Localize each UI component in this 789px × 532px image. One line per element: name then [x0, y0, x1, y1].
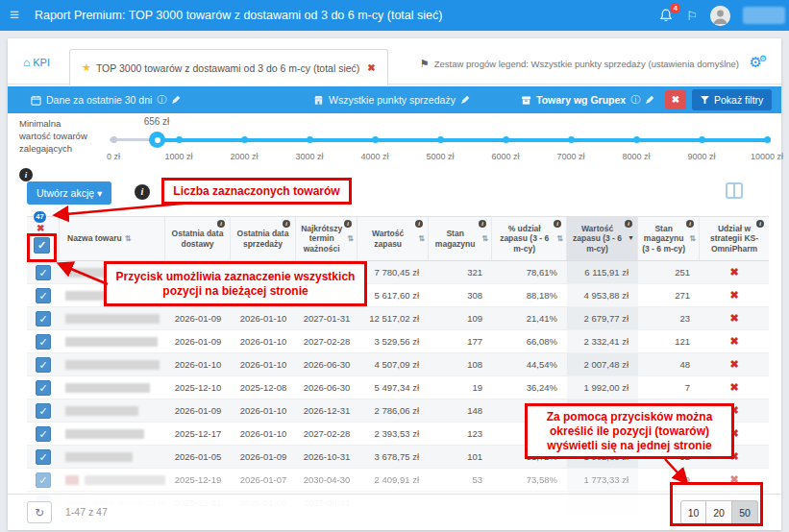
legend-label: Zestaw progów legend: Wszystkie punkty s… [434, 59, 739, 69]
row-checkbox[interactable]: ✓ [36, 288, 51, 303]
row-checkbox[interactable]: ✓ [36, 380, 51, 396]
goods-group-label: Towary wg Grupex [536, 94, 626, 106]
column-settings-icon[interactable] [726, 182, 743, 199]
column-header-najkrotszy-termin[interactable]: Najkrótszy termin ważności⇅ [296, 217, 358, 260]
column-header-stan-magazynu-3-6[interactable]: Stan magazynu (3 - 6 m-cy)⇅ [638, 217, 700, 260]
topbar: ≡ Raport Premium: TOP 3000 towarów z dos… [0, 0, 789, 31]
slider-tick-dot[interactable] [568, 136, 575, 143]
column-header-udzial-strategia[interactable]: Udział w strategii KS-OmniPharm [700, 217, 769, 260]
product-name-redacted [60, 376, 165, 399]
row-checkbox[interactable]: ✓ [36, 334, 51, 350]
sales-points-label: Wszystkie punkty sprzedaży [329, 94, 456, 106]
info-icon[interactable] [479, 220, 486, 228]
info-icon[interactable] [554, 220, 561, 228]
row-checkbox[interactable]: ✓ [36, 426, 51, 442]
table-row: ✓2026-01-092026-01-102027-02-283 529,56 … [27, 330, 769, 353]
info-icon[interactable] [756, 220, 764, 228]
table-row: ✓2025-12-192026-01-072030-04-302 409,91 … [27, 469, 769, 492]
flag-icon[interactable]: ⚐ [686, 9, 698, 23]
slider-tick-dot[interactable] [503, 136, 509, 143]
slider-tick-label: 4000 zł [352, 152, 398, 161]
info-icon[interactable]: i [135, 184, 150, 200]
sort-icon: ⇅ [125, 234, 132, 244]
create-action-button[interactable]: Utwórz akcję ▾ [27, 181, 111, 205]
show-filters-button[interactable]: Pokaż filtry [692, 89, 772, 110]
row-checkbox[interactable]: ✓ [36, 265, 51, 280]
sales-points-filter[interactable]: Wszystkie punkty sprzedaży [313, 86, 470, 113]
remove-row-icon[interactable]: ✖ [729, 358, 738, 371]
slider-tick-dot[interactable] [699, 136, 705, 143]
selected-count-badge: 47 [33, 210, 47, 224]
avatar[interactable] [710, 6, 730, 26]
slider-tick-label: 1000 zł [156, 152, 202, 161]
caret-down-icon: ▾ [97, 187, 102, 199]
menu-icon[interactable]: ≡ [10, 6, 19, 25]
row-checkbox[interactable]: ✓ [36, 357, 51, 373]
settings-gears-icon[interactable]: ⚙⚙ [749, 54, 770, 71]
slider-tick-label: 5000 zł [417, 152, 463, 161]
slider-tick-dot[interactable] [372, 136, 379, 143]
info-icon[interactable] [217, 220, 225, 228]
row-checkbox[interactable]: ✓ [36, 449, 51, 465]
content-card: ⌂KPI ★ TOP 3000 towarów z dostawami od 3… [8, 38, 781, 530]
calendar-icon [31, 95, 41, 106]
date-range-label: Dane za ostatnie 30 dni [46, 94, 152, 106]
info-icon[interactable] [283, 220, 290, 228]
annotation-rect-pagination [670, 482, 763, 526]
slider-handle[interactable] [149, 132, 165, 148]
info-icon[interactable]: ⓘ [630, 93, 640, 107]
column-header-nazwa-towaru[interactable]: Nazwa towaru⇅ [60, 217, 165, 260]
tab-top-3000-report[interactable]: ★ TOP 3000 towarów z dostawami od 3 do 6… [69, 49, 388, 85]
remove-row-icon[interactable]: ✖ [729, 335, 738, 348]
notifications-bell-icon[interactable]: 4 [658, 8, 674, 23]
slider-tick-label: 2000 zł [221, 152, 267, 161]
annotation-rect-checkbox [27, 233, 57, 262]
product-name-redacted [60, 469, 165, 491]
column-header-ostatnia-data-dostawy[interactable]: Ostatnia data dostawy [165, 217, 231, 260]
remove-row-icon[interactable]: ✖ [729, 312, 738, 325]
edit-pencil-icon [460, 95, 470, 105]
shop-icon [313, 95, 324, 106]
show-filters-label: Pokaż filtry [714, 94, 763, 106]
date-range-filter[interactable]: Dane za ostatnie 30 dni ⓘ [31, 86, 181, 113]
column-header-stan-magazynu[interactable]: Stan magazynu⇅ [429, 217, 492, 260]
slider-tick-label: 8000 zł [613, 152, 659, 161]
product-name-redacted [60, 330, 165, 352]
refresh-button[interactable]: ↻ [27, 501, 52, 523]
product-name-redacted [60, 446, 165, 468]
info-icon[interactable] [625, 220, 632, 228]
kpi-link[interactable]: ⌂KPI [23, 56, 50, 69]
column-header-wartosc-zapasu[interactable]: Wartość zapasu⇅ [358, 217, 429, 260]
info-icon[interactable]: ⓘ [157, 93, 166, 107]
funnel-icon [701, 96, 709, 105]
row-checkbox[interactable]: ✓ [36, 311, 51, 326]
topbar-icons: 4 ⚐ [658, 0, 785, 31]
slider-tick-dot[interactable] [111, 136, 117, 143]
sort-icon: ⇅ [689, 234, 696, 244]
close-tab-icon[interactable]: ✖ [367, 62, 375, 73]
slider-tick-dot[interactable] [307, 136, 313, 143]
min-value-slider-section: Minimalna wartość towarów zalegających i… [8, 115, 781, 179]
slider-tick-dot[interactable] [437, 136, 444, 143]
row-checkbox[interactable]: ✓ [36, 403, 51, 419]
sort-icon: ⇅ [556, 234, 563, 244]
clear-filter-button[interactable]: ✖ [665, 90, 686, 109]
slider-tick-dot[interactable] [241, 136, 248, 143]
remove-row-icon[interactable]: ✖ [729, 266, 738, 278]
goods-group-filter[interactable]: Towary wg Grupex ⓘ [521, 86, 654, 113]
info-icon[interactable] [344, 220, 352, 228]
slider-tick-dot[interactable] [764, 136, 771, 143]
info-icon[interactable] [686, 220, 694, 228]
tab-label: TOP 3000 towarów z dostawami od 3 do 6 m… [96, 62, 359, 74]
info-icon[interactable] [415, 220, 423, 228]
row-checkbox[interactable]: ✓ [36, 472, 51, 488]
remove-row-icon[interactable]: ✖ [729, 381, 738, 394]
star-icon: ★ [82, 61, 91, 74]
slider-tick-dot[interactable] [176, 136, 183, 143]
legend-thresholds: ⚑ Zestaw progów legend: Wszystkie punkty… [420, 58, 739, 70]
column-header-wartosc-zapasu-3-6[interactable]: Wartość zapasu (3 - 6 m-cy)▼ [567, 217, 638, 260]
slider-tick-dot[interactable] [633, 136, 640, 143]
remove-row-icon[interactable]: ✖ [729, 289, 738, 302]
column-header-ostatnia-data-sprzedazy[interactable]: Ostatnia data sprzedaży [231, 217, 296, 260]
column-header-udzial-zapasu[interactable]: % udział zapasu (3 - 6 m-cy)⇅ [492, 217, 567, 260]
